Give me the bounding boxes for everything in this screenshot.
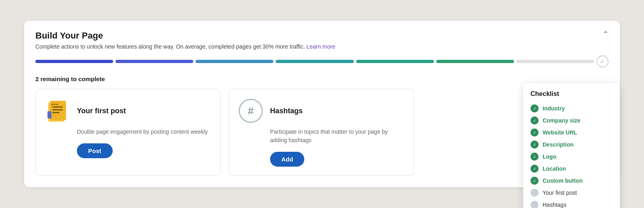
outer-wrapper: Build Your Page ⌃ Complete actions to un…: [24, 21, 620, 187]
collapse-button[interactable]: ⌃: [603, 31, 609, 38]
hashtags-card-top: # Hashtags: [238, 98, 405, 124]
progress-segment-6: [436, 60, 514, 63]
svg-rect-4: [52, 112, 60, 113]
post-button[interactable]: Post: [77, 143, 113, 158]
add-button[interactable]: Add: [270, 152, 304, 167]
svg-rect-2: [52, 106, 63, 108]
progress-segment-5: [356, 60, 434, 63]
hashtag-circle: #: [239, 99, 263, 123]
checklist-item: ✓ Company size: [530, 114, 613, 126]
hashtags-title: Hashtags: [270, 107, 303, 115]
progress-check-icon[interactable]: ✓: [597, 55, 609, 67]
first-post-title: Your first post: [77, 107, 126, 115]
checklist-label: Description: [543, 141, 574, 148]
check-filled-icon: ✓: [530, 128, 539, 137]
checklist-item: Your first post: [530, 187, 613, 199]
page-title: Build Your Page: [35, 31, 103, 41]
svg-point-8: [56, 104, 58, 105]
checklist-item: ✓ Website URL: [530, 126, 613, 139]
checklist-label: Website URL: [543, 129, 577, 136]
subtitle-text: Complete actions to unlock new features …: [35, 43, 609, 50]
hashtags-description: Participate in topics that matter to you…: [270, 128, 405, 145]
progress-bar: ✓: [35, 55, 609, 67]
learn-more-link[interactable]: Learn more: [306, 43, 335, 50]
checklist-item: ✓ Location: [530, 163, 613, 175]
check-filled-icon: ✓: [530, 116, 539, 124]
first-post-icon: [45, 98, 70, 124]
checklist-label: Company size: [543, 117, 580, 124]
checklist-label: Logo: [543, 153, 556, 160]
svg-point-7: [54, 104, 56, 105]
action-cards-row: Your first post Double page engagement b…: [35, 89, 609, 176]
main-card: Build Your Page ⌃ Complete actions to un…: [24, 21, 620, 187]
svg-rect-3: [52, 109, 63, 110]
check-filled-icon: ✓: [530, 177, 539, 185]
progress-segment-2: [116, 60, 193, 63]
check-filled-icon: ✓: [530, 141, 539, 149]
checklist-item: ✓ Description: [530, 139, 613, 151]
checklist-item: ✓ Industry: [530, 102, 613, 114]
progress-segment-3: [196, 60, 273, 63]
checklist-label: Your first post: [543, 190, 577, 196]
checklist-item: ✓ Logo: [530, 151, 613, 163]
svg-rect-5: [47, 111, 52, 118]
checklist-dropdown: Checklist ✓ Industry ✓ Company size ✓ We…: [523, 83, 620, 208]
checklist-label: Custom button: [543, 177, 583, 184]
hashtag-icon: #: [238, 98, 264, 124]
checklist-item: ✓ Custom button: [530, 175, 613, 187]
remaining-count: 2 remaining to complete: [35, 75, 609, 82]
checklist-label: Hashtags: [543, 202, 566, 208]
hashtags-card: # Hashtags Participate in topics that ma…: [229, 89, 414, 176]
checklist-label: Industry: [543, 105, 565, 112]
first-post-card: Your first post Double page engagement b…: [35, 89, 221, 176]
progress-segment-1: [35, 60, 113, 63]
check-filled-icon: ✓: [530, 153, 539, 161]
checklist-title: Checklist: [530, 90, 613, 98]
header-row: Build Your Page ⌃: [35, 31, 609, 41]
check-empty-icon: [530, 201, 539, 208]
checklist-label: Location: [543, 165, 566, 172]
checklist-item: Hashtags: [530, 199, 613, 208]
first-post-card-top: Your first post: [45, 98, 211, 124]
check-filled-icon: ✓: [530, 165, 539, 173]
progress-segment-4: [276, 60, 353, 63]
progress-segment-7: [516, 60, 594, 63]
checklist-items-container: ✓ Industry ✓ Company size ✓ Website URL …: [530, 102, 613, 208]
check-empty-icon: [530, 189, 539, 197]
check-filled-icon: ✓: [530, 104, 539, 112]
svg-point-6: [52, 104, 53, 105]
first-post-description: Double page engagement by posting conten…: [77, 128, 211, 136]
